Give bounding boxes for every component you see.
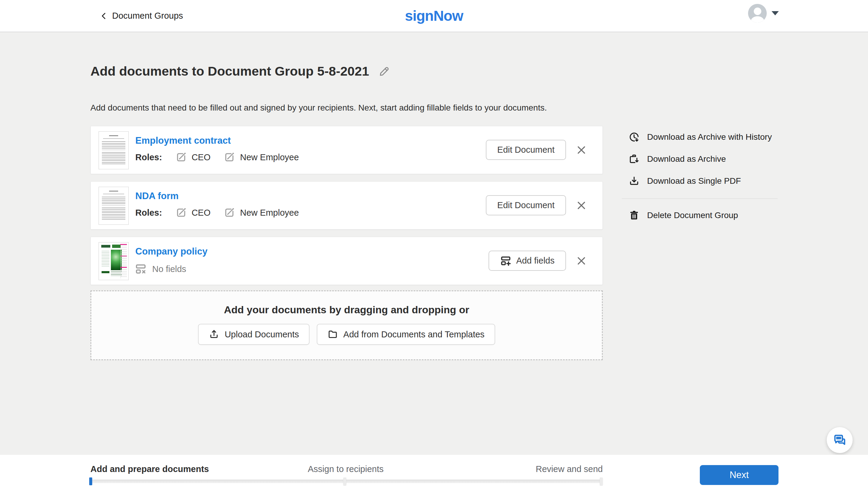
- edit-document-button[interactable]: Edit Document: [486, 195, 566, 215]
- document-card-nda-form: NDA form Roles: CEO New Employee Edit Do…: [90, 181, 603, 230]
- edit-role-icon: [176, 207, 187, 218]
- close-x-icon: [576, 255, 587, 266]
- roles-label: Roles:: [135, 152, 162, 163]
- add-fields-label: Add fields: [516, 256, 555, 266]
- edit-role-icon: [224, 152, 235, 163]
- step-add-and-prepare: Add and prepare documents: [90, 464, 209, 474]
- delete-document-group-action[interactable]: Delete Document Group: [628, 209, 738, 222]
- download-archive-history-action[interactable]: Download as Archive with History: [628, 130, 772, 144]
- folder-icon: [327, 329, 338, 340]
- step-review-and-send: Review and send: [536, 464, 603, 474]
- add-fields-icon: [500, 255, 512, 267]
- add-from-library-label: Add from Documents and Templates: [343, 329, 485, 340]
- page-title: Add documents to Document Group 5-8-2021: [90, 64, 369, 79]
- document-link[interactable]: Company policy: [135, 246, 207, 257]
- document-link[interactable]: Employment contract: [135, 135, 231, 146]
- download-icon: [628, 175, 640, 187]
- progress-track: [89, 479, 603, 483]
- trash-icon: [628, 210, 640, 221]
- add-from-library-button[interactable]: Add from Documents and Templates: [317, 324, 495, 345]
- page-subtitle: Add documents that need to be filled out…: [90, 103, 547, 113]
- chat-bubbles-icon: [833, 433, 847, 447]
- document-thumbnail: [98, 187, 129, 225]
- document-thumbnail: [98, 242, 129, 280]
- document-dropzone[interactable]: Add your documents by dragging and dropp…: [90, 290, 603, 360]
- clock-download-icon: [628, 131, 640, 143]
- remove-document-button[interactable]: [576, 200, 587, 211]
- progress-marker-step2: [343, 477, 346, 485]
- fields-icon: [135, 263, 147, 275]
- role-name: CEO: [192, 152, 211, 163]
- document-thumbnail: [98, 131, 129, 169]
- dropzone-heading: Add your documents by dragging and dropp…: [91, 304, 602, 316]
- edit-group-name-button[interactable]: [378, 65, 390, 77]
- close-x-icon: [576, 145, 587, 155]
- back-to-document-groups[interactable]: Document Groups: [99, 0, 183, 32]
- download-archive-action[interactable]: Download as Archive: [628, 152, 726, 166]
- role-name: New Employee: [240, 208, 299, 218]
- roles-label: Roles:: [135, 208, 162, 218]
- download-single-pdf-label: Download as Single PDF: [647, 176, 741, 186]
- progress-marker-current: [89, 477, 92, 485]
- document-card-employment-contract: Employment contract Roles: CEO New Emplo…: [90, 126, 603, 174]
- chevron-left-icon: [99, 12, 109, 20]
- upload-documents-label: Upload Documents: [224, 329, 299, 340]
- remove-document-button[interactable]: [576, 145, 587, 155]
- role-name: CEO: [192, 208, 211, 218]
- support-chat-button[interactable]: [827, 427, 853, 453]
- role-name: New Employee: [240, 152, 299, 163]
- signnow-logo: signNow: [405, 0, 463, 32]
- step-assign-to-recipients: Assign to recipients: [308, 464, 383, 474]
- no-fields-label: No fields: [152, 264, 186, 274]
- remove-document-button[interactable]: [576, 255, 587, 266]
- download-archive-label: Download as Archive: [647, 154, 726, 164]
- upload-documents-button[interactable]: Upload Documents: [198, 324, 310, 345]
- document-link[interactable]: NDA form: [135, 191, 179, 202]
- document-card-company-policy: Company policy No fields Add fields: [90, 237, 603, 285]
- download-single-pdf-action[interactable]: Download as Single PDF: [628, 174, 741, 188]
- avatar: [748, 4, 767, 23]
- panel-divider: [622, 198, 778, 199]
- add-fields-button[interactable]: Add fields: [488, 251, 566, 271]
- pencil-icon: [378, 65, 390, 77]
- progress-marker-step3: [600, 477, 603, 485]
- edit-document-label: Edit Document: [497, 200, 555, 210]
- delete-document-group-label: Delete Document Group: [647, 211, 738, 220]
- edit-document-button[interactable]: Edit Document: [486, 140, 566, 160]
- close-x-icon: [576, 200, 587, 211]
- caret-down-icon: [772, 11, 779, 15]
- edit-document-label: Edit Document: [497, 145, 555, 155]
- archive-download-icon: [628, 153, 640, 165]
- back-label: Document Groups: [112, 11, 183, 21]
- top-header: Document Groups signNow: [0, 0, 868, 32]
- next-button[interactable]: Next: [700, 465, 778, 485]
- edit-role-icon: [224, 207, 235, 218]
- wizard-footer: Add and prepare documents Assign to reci…: [0, 455, 868, 494]
- download-archive-history-label: Download as Archive with History: [647, 132, 772, 142]
- edit-role-icon: [176, 152, 187, 163]
- account-menu[interactable]: [748, 4, 779, 23]
- upload-icon: [208, 329, 219, 340]
